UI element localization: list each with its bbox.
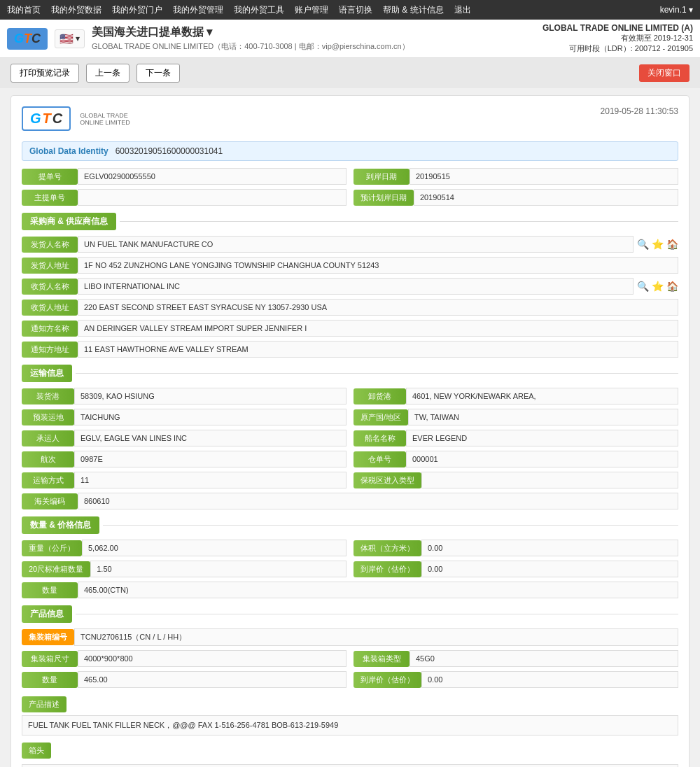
product-section-tag: 产品信息 [22,605,72,623]
nav-home[interactable]: 我的首页 [7,4,41,16]
customs-code-value: 860610 [78,493,678,509]
product-arrival-price-field: 到岸价（估价） 0.00 [354,671,678,688]
volume-item: 体积（立方米） 0.00 [354,540,678,556]
quantity-section-tag: 数量 & 价格信息 [22,516,99,534]
product-section-line [76,614,678,614]
search-icon[interactable]: 🔍 [637,239,649,250]
doc-datetime: 2019-05-28 11:30:53 [601,106,678,116]
flag-selector[interactable]: 🇺🇸 ▾ [55,29,85,48]
shipper-addr-label: 发货人地址 [22,258,78,274]
arrival-date-label: 到岸日期 [354,169,410,185]
customs-code-label: 海关编码 [22,493,78,509]
product-container-no-row: 集装箱编号 TCNU2706115（CN / L / HH） [22,628,678,646]
product-desc-label: 产品描述 [22,696,66,712]
nav-management[interactable]: 我的外贸管理 [173,4,223,16]
product-qty-field: 数量 465.00 [22,671,346,688]
consignee-name-value: LIBO INTERNATIONAL INC [78,278,634,295]
consignee-addr-label: 收货人地址 [22,300,78,316]
nav-account[interactable]: 账户管理 [295,4,328,16]
container-no-item: 仓单号 000001 [354,451,678,467]
marks-container: 箱头 UN FUEL TANK (R.O.C) UN FUEL TANK (R.… [22,740,678,767]
qty-row: 数量 465.00(CTN) [22,582,678,598]
nav-portal[interactable]: 我的外贸门户 [112,4,162,16]
document-card: GTC GLOBAL TRADEONLINE LIMITED 2019-05-2… [10,95,690,767]
container-type-value: 45G0 [410,650,678,667]
master-bill-value [78,189,346,206]
product-qty-value: 465.00 [78,671,346,688]
pre-destination-value: TAICHUNG [74,409,346,425]
doc-logo-t: T [43,111,51,127]
home-icon[interactable]: 🏠 [666,239,678,250]
container-size-value: 4000*900*800 [78,650,346,667]
doc-logo: GTC GLOBAL TRADEONLINE LIMITED [22,106,130,131]
arrival-price-label: 到岸价（估价） [354,561,421,577]
us-flag-icon: 🇺🇸 [59,32,74,45]
page-header: GTC 🇺🇸 ▾ 美国海关进口提单数据 ▾ GLOBAL TRADE ONLIN… [0,20,700,58]
search-icon[interactable]: 🔍 [637,281,649,292]
bill-no-label: 提单号 [22,169,78,185]
close-button[interactable]: 关闭窗口 [639,64,690,82]
container-type-field: 集装箱类型 45G0 [354,650,678,667]
consignee-addr-value: 220 EAST SECOND STREET EAST SYRACUSE NY … [78,299,678,316]
marks-value: UN FUEL TANK (R.O.C) UN FUEL TANK (R.O.C… [22,764,678,767]
bonded-value [421,472,678,488]
voyage-label: 航次 [22,451,74,467]
weight-item: 重量（公斤） 5,062.00 [22,540,346,556]
carrier-item: 承运人 EGLV, EAGLE VAN LINES INC [22,430,346,446]
main-content: GTC GLOBAL TRADEONLINE LIMITED 2019-05-2… [0,88,700,767]
vessel-label: 船名名称 [354,430,406,446]
nav-logout[interactable]: 退出 [454,4,471,16]
valid-until: 有效期至 2019-12-31 [542,33,693,43]
transport-section-line [76,373,678,374]
prev-button[interactable]: 上一条 [86,64,130,83]
bill-no-field: 提单号 EGLV002900055550 [22,168,346,185]
container20-label: 20尺标准箱数量 [22,561,90,577]
product-arrival-price-label: 到岸价（估价） [354,672,421,688]
user-info[interactable]: kevin.1 ▾ [660,5,693,15]
notify-addr-value: 11 EAST HAWTHORNE AVE VALLEY STREAM [78,341,678,358]
marks-label: 箱头 [22,743,51,759]
bonded-item: 保税区进入类型 [354,472,678,488]
customs-code-row: 海关编码 860610 [22,493,678,509]
product-container-no-label: 集装箱编号 [22,629,74,645]
star-icon[interactable]: ⭐ [652,281,664,292]
container-no-value: 000001 [406,451,678,467]
page-title: 美国海关进口提单数据 ▾ [92,25,410,40]
origin-label: 原产国/地区 [354,409,408,425]
page-title-area: 美国海关进口提单数据 ▾ GLOBAL TRADE ONLINE LIMITED… [92,25,410,52]
planned-arrival-value: 20190514 [414,189,678,206]
container-no-label: 仓单号 [354,451,406,467]
nav-data[interactable]: 我的外贸数据 [51,4,102,16]
quantity-section-header: 数量 & 价格信息 [22,516,678,534]
header-left: GTC 🇺🇸 ▾ 美国海关进口提单数据 ▾ GLOBAL TRADE ONLIN… [7,25,410,52]
home-icon[interactable]: 🏠 [666,281,678,292]
transport-mode-label: 运输方式 [22,472,74,488]
nav-language[interactable]: 语言切换 [339,4,372,16]
arrival-date-field: 到岸日期 20190515 [354,168,678,185]
notify-name-label: 通知方名称 [22,321,78,337]
notify-addr-label: 通知方地址 [22,342,78,358]
next-button[interactable]: 下一条 [136,64,180,83]
product-qty-price-row: 数量 465.00 到岸价（估价） 0.00 [22,671,678,688]
container-size-type-row: 集装箱尺寸 4000*900*800 集装箱类型 45G0 [22,650,678,667]
origin-item: 原产国/地区 TW, TAIWAN [354,409,678,425]
star-icon[interactable]: ⭐ [652,239,664,250]
unloading-port-item: 卸货港 4601, NEW YORK/NEWARK AREA, [354,388,678,404]
pre-destination-label: 预装运地 [22,409,74,425]
qty-grid: 重量（公斤） 5,062.00 体积（立方米） 0.00 20尺标准箱数量 1.… [22,540,678,577]
container-size-field: 集装箱尺寸 4000*900*800 [22,650,346,667]
nav-tools[interactable]: 我的外贸工具 [234,4,284,16]
print-button[interactable]: 打印预览记录 [10,64,79,83]
master-bill-row: 主提单号 预计划岸日期 20190514 [22,189,678,206]
pre-destination-item: 预装运地 TAICHUNG [22,409,346,425]
product-desc-container: 产品描述 FUEL TANK FUEL TANK FILLER NECK，@@@… [22,692,678,736]
notify-name-row: 通知方名称 AN DERINGER VALLEY STREAM IMPORT S… [22,320,678,337]
origin-value: TW, TAIWAN [408,409,678,425]
product-arrival-price-value: 0.00 [421,671,678,688]
ldr-info: 可用时段（LDR）: 200712 - 201905 [542,43,693,54]
nav-help[interactable]: 帮助 & 统计信息 [383,4,444,16]
transport-mode-value: 11 [74,472,346,488]
doc-logo-c: C [52,111,62,127]
container20-item: 20尺标准箱数量 1.50 [22,561,346,577]
supplier-section-tag: 采购商 & 供应商信息 [22,213,116,230]
